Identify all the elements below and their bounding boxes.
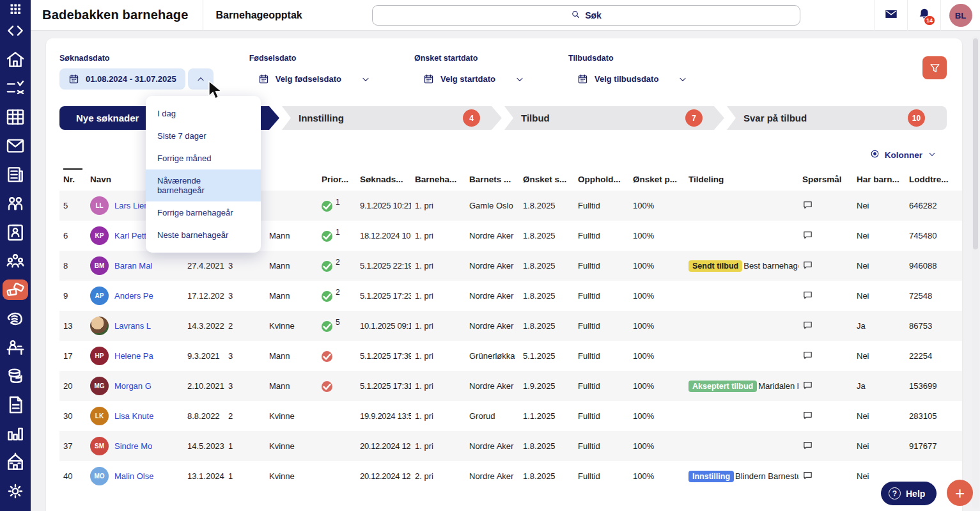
applicant-name-link[interactable]: Helene Pa xyxy=(114,351,153,361)
column-header[interactable]: Har barn... xyxy=(853,167,905,191)
table-row[interactable]: 17HPHelene Pa9.3.20213Mann5.1.2025 17:39… xyxy=(59,341,962,371)
sidebar-item-code-icon[interactable] xyxy=(3,20,28,41)
applicant-name-link[interactable]: Lars Lien xyxy=(114,201,148,210)
assignment-text: Blindern Barnestuer SA xyxy=(735,471,798,481)
sidebar-item-mail-icon[interactable] xyxy=(3,136,28,156)
chevron-down-icon[interactable] xyxy=(507,68,533,90)
sidebar-item-school-icon[interactable] xyxy=(3,452,28,473)
user-menu-button[interactable]: BL xyxy=(940,0,980,31)
help-button[interactable]: ? Help xyxy=(881,482,937,505)
column-header[interactable]: Loddtre... xyxy=(905,167,962,191)
applicant-name-link[interactable]: Anders Pe xyxy=(114,291,153,301)
cell-care-type: Fulltid xyxy=(574,371,629,401)
cell-birthdate: 14.5.2023 xyxy=(183,431,224,461)
sidebar-item-bar-chart-icon[interactable] xyxy=(3,423,28,444)
filter-date-select[interactable]: Velg fødselsdato xyxy=(249,68,378,90)
messages-button[interactable] xyxy=(874,0,907,31)
sidebar-item-group-icon[interactable] xyxy=(3,251,28,271)
column-header[interactable]: Søknads... xyxy=(356,167,411,191)
table-row[interactable]: 40MOMalin Olse13.1.20241Kvinne20.12.2024… xyxy=(59,461,962,491)
sidebar-item-people-icon[interactable] xyxy=(3,193,28,214)
filter-date-select[interactable]: Velg tilbudsdato xyxy=(568,68,696,90)
sidebar-item-tasks-icon[interactable] xyxy=(3,78,28,98)
table-row[interactable]: 13Lavrans L14.3.20222Kvinne510.1.2025 09… xyxy=(59,311,962,341)
cell-percent: 100% xyxy=(629,431,685,461)
column-header[interactable]: Prior... xyxy=(318,167,356,191)
column-header[interactable]: Ønsket s... xyxy=(519,167,574,191)
column-header[interactable]: Nr. xyxy=(59,167,86,191)
columns-toggle-button[interactable]: Kolonner xyxy=(870,149,937,161)
column-header[interactable]: Barneha... xyxy=(411,167,465,191)
column-header[interactable]: Spørsmål xyxy=(798,167,853,191)
sidebar-item-calendar-grid-icon[interactable] xyxy=(3,107,28,127)
add-button[interactable]: + xyxy=(947,480,973,506)
table-row[interactable]: 8BMBaran Mal27.4.20213Mann25.1.2025 22:1… xyxy=(59,251,962,281)
pipeline-stage-tilbud[interactable]: Tilbud7 xyxy=(504,106,724,130)
date-menu-item[interactable]: Siste 7 dager xyxy=(146,125,261,147)
sidebar-item-reception-icon[interactable] xyxy=(3,337,28,358)
app-grid-icon[interactable] xyxy=(3,0,28,20)
applicant-name-link[interactable]: Baran Mal xyxy=(114,261,152,271)
comment-icon[interactable] xyxy=(802,440,813,451)
notifications-button[interactable]: 14 xyxy=(907,0,940,31)
chevron-down-icon[interactable] xyxy=(353,68,378,90)
applicant-name-link[interactable]: Morgan G xyxy=(114,381,152,391)
filter-date-select[interactable]: Velg startdato xyxy=(414,68,533,90)
chevron-up-icon[interactable] xyxy=(188,68,214,90)
sidebar-item-hand-icon[interactable] xyxy=(3,308,28,329)
envelope-icon xyxy=(884,7,898,24)
comment-icon[interactable] xyxy=(802,410,813,421)
status-check-icon xyxy=(322,381,332,392)
filter-button[interactable] xyxy=(922,56,947,79)
cell-application-date: 9.1.2025 10:21 xyxy=(356,191,411,221)
cell-application-date: 18.12.2024 10:45 xyxy=(356,221,411,251)
comment-icon[interactable] xyxy=(802,290,813,301)
cell-gender: Kvinne xyxy=(265,311,318,341)
cell-assignment xyxy=(685,281,798,311)
applicant-name-link[interactable]: Malin Olse xyxy=(114,471,153,481)
date-menu-item[interactable]: Neste barnehageår xyxy=(146,224,261,246)
search-input[interactable]: Søk xyxy=(372,5,800,26)
sidebar-item-gear-icon[interactable] xyxy=(3,481,28,501)
cell-nr: 20 xyxy=(59,371,86,401)
applicant-name-link[interactable]: Sindre Mo xyxy=(114,441,152,451)
table-row[interactable]: 30LKLisa Knute8.8.20222Kvinne19.9.2024 1… xyxy=(59,401,962,431)
column-header[interactable]: Opphold... xyxy=(574,167,629,191)
filter-value: Velg tilbudsdato xyxy=(595,74,658,84)
sidebar-item-document-icon[interactable] xyxy=(3,395,28,415)
cell-percent: 100% xyxy=(629,371,685,401)
date-menu-item[interactable]: Forrige barnehageår xyxy=(146,201,261,224)
pipeline-stage-svar-p-tilbud[interactable]: Svar på tilbud10 xyxy=(727,106,947,130)
table-row[interactable]: 9APAnders Pe17.12.20213Mann25.1.2025 17:… xyxy=(59,281,962,311)
comment-icon[interactable] xyxy=(802,350,813,361)
date-menu-item[interactable]: Nåværende barnehageår xyxy=(146,169,261,201)
filter-date-select[interactable]: 01.08.2024 - 31.07.2025 xyxy=(59,68,214,90)
vertical-scrollbar[interactable] xyxy=(972,36,979,509)
table-row[interactable]: 20MGMorgan G2.10.20213Mann5.1.2025 17:31… xyxy=(59,371,962,401)
comment-icon[interactable] xyxy=(802,230,813,240)
comment-icon[interactable] xyxy=(802,380,813,391)
comment-icon[interactable] xyxy=(802,320,813,331)
sidebar-item-news-icon[interactable] xyxy=(3,164,28,185)
cell-district: Nordre Aker xyxy=(465,431,519,461)
avatar: BM xyxy=(90,256,109,275)
scrollbar-thumb[interactable] xyxy=(973,38,978,249)
column-header[interactable]: Tildeling xyxy=(685,167,798,191)
column-header[interactable]: Ønsket p... xyxy=(629,167,685,191)
sidebar-item-coins-icon[interactable] xyxy=(3,366,28,386)
comment-icon[interactable] xyxy=(802,470,813,481)
applicant-name-link[interactable]: Lavrans L xyxy=(114,321,151,331)
sidebar-item-id-card-icon[interactable] xyxy=(3,222,28,242)
date-menu-item[interactable]: Forrige måned xyxy=(146,147,261,169)
comment-icon[interactable] xyxy=(802,260,813,271)
sidebar-item-home-icon[interactable] xyxy=(3,49,28,70)
column-header[interactable]: Barnets ... xyxy=(465,167,519,191)
date-menu-item[interactable]: I dag xyxy=(146,102,261,125)
comment-icon[interactable] xyxy=(802,200,813,210)
stage-label: Nye søknader xyxy=(76,113,139,123)
pipeline-stage-innstilling[interactable]: Innstilling4 xyxy=(282,106,502,130)
table-row[interactable]: 37SMSindre Mo14.5.20231Kvinne20.12.2024 … xyxy=(59,431,962,461)
sidebar-item-blocks-icon[interactable] xyxy=(3,279,28,300)
applicant-name-link[interactable]: Lisa Knute xyxy=(114,411,153,421)
chevron-down-icon[interactable] xyxy=(670,68,696,90)
